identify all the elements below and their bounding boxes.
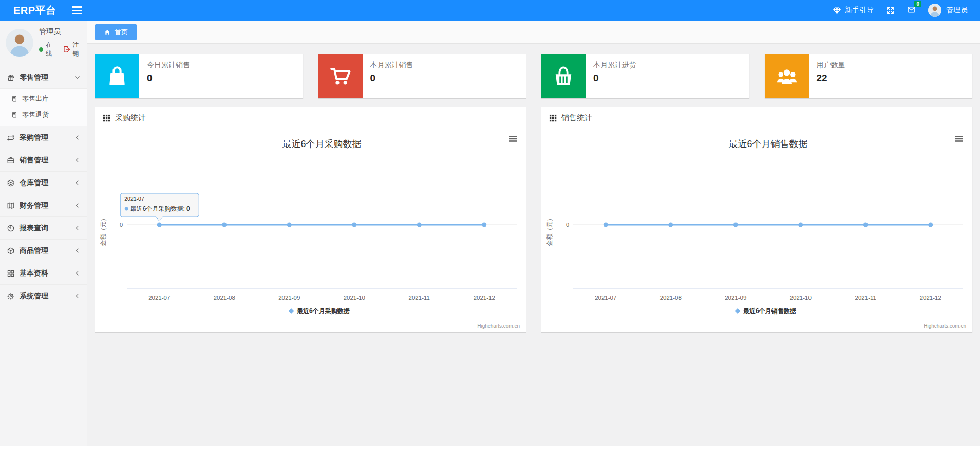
- data-point-marker[interactable]: [222, 223, 227, 227]
- chart-context-menu-icon[interactable]: [955, 136, 963, 142]
- tab-home-label: 首页: [115, 28, 128, 37]
- pie-chart-icon: [7, 224, 15, 232]
- chart-credits: Highcharts.com.cn: [477, 323, 520, 329]
- logout-label: 注销: [73, 41, 83, 58]
- data-point-marker[interactable]: [863, 223, 868, 227]
- tab-home[interactable]: 首页: [95, 24, 137, 40]
- shopping-bag-icon: [95, 54, 139, 98]
- panel-title: 销售统计: [561, 113, 592, 123]
- panel-sales-stats: 销售统计 最近6个月销售数据金额（元）02021-072021-082021-0…: [541, 107, 972, 332]
- data-point-marker[interactable]: [928, 223, 933, 227]
- sidebar-item-retail[interactable]: 零售管理: [0, 66, 87, 88]
- panel-purchase-stats: 采购统计 最近6个月采购数据金额（元）02021-072021-082021-0…: [95, 107, 526, 332]
- sidebar-item-basic-data[interactable]: 基本资料: [0, 262, 87, 284]
- data-point-marker[interactable]: [482, 223, 486, 227]
- stat-card-value: 0: [370, 72, 413, 84]
- data-point-marker[interactable]: [668, 223, 673, 227]
- fullscreen-icon[interactable]: [886, 6, 895, 15]
- chart-tooltip: 2021-07最近6个月采购数据: 0: [120, 193, 199, 221]
- purchase-line-chart: 最近6个月采购数据金额（元）02021-072021-082021-092021…: [95, 129, 526, 331]
- data-point-marker[interactable]: [798, 223, 803, 227]
- book-icon: [7, 202, 15, 210]
- user-menu[interactable]: 管理员: [928, 4, 968, 17]
- stat-card-month-purchases: 本月累计进货 0: [541, 54, 749, 98]
- sidebar-subitem-label: 零售出库: [22, 94, 49, 103]
- top-navbar: ERP平台 新手引导 0 管理员: [0, 0, 980, 21]
- mail-button[interactable]: 0: [907, 5, 916, 15]
- sidebar-item-goods[interactable]: 商品管理: [0, 239, 87, 262]
- stat-card-label: 用户数量: [817, 61, 845, 70]
- chevron-left-icon: [74, 179, 81, 186]
- legend-marker-diamond: [735, 308, 740, 314]
- y-axis-tick-label: 0: [120, 222, 123, 228]
- sidebar-item-label: 报表查询: [20, 224, 48, 233]
- tooltip-series-dot: [125, 207, 128, 211]
- gift-icon: [7, 74, 15, 82]
- cube-icon: [7, 247, 15, 255]
- shopping-basket-icon: [541, 54, 586, 98]
- sidebar-item-label: 仓库管理: [20, 178, 48, 188]
- grid-icon: [7, 269, 15, 278]
- sidebar-item-label: 销售管理: [20, 156, 48, 165]
- sidebar-item-sales[interactable]: 销售管理: [0, 149, 87, 171]
- logout-button[interactable]: 注销: [63, 41, 83, 58]
- data-point-marker[interactable]: [287, 223, 292, 227]
- exchange-icon: [7, 134, 15, 142]
- chart-title: 最近6个月采购数据: [282, 139, 361, 149]
- x-axis-tick-label: 2021-11: [409, 295, 430, 301]
- data-point-marker[interactable]: [604, 223, 608, 227]
- sidebar-subitem-label: 零售退货: [22, 110, 49, 119]
- x-axis-tick-label: 2021-12: [920, 295, 941, 301]
- chart-context-menu-icon[interactable]: [509, 136, 517, 142]
- sign-out-icon: [63, 45, 71, 53]
- briefcase-icon: [7, 156, 15, 164]
- sidebar-toggle-hamburger-icon[interactable]: [72, 6, 82, 14]
- x-axis-tick-label: 2021-08: [214, 295, 235, 301]
- sidebar-item-system[interactable]: 系统管理: [0, 284, 87, 307]
- stat-card-label: 本月累计进货: [593, 61, 636, 70]
- x-axis-tick-label: 2021-10: [790, 295, 812, 301]
- x-axis-tick-label: 2021-09: [278, 295, 300, 301]
- sidebar-item-purchase[interactable]: 采购管理: [0, 126, 87, 149]
- data-point-marker[interactable]: [352, 223, 356, 227]
- gem-icon: [833, 6, 841, 15]
- data-point-marker[interactable]: [733, 223, 738, 227]
- sidebar: 管理员 在线 注销 零售管理 零售出库: [0, 21, 87, 446]
- stat-card-value: 0: [593, 72, 636, 84]
- data-point-marker[interactable]: [157, 223, 162, 227]
- stat-cards-row: 今日累计销售 0 本月累计销售 0 本月累计进货 0: [95, 54, 972, 98]
- stat-card-value: 0: [147, 72, 190, 84]
- main-content: 首页 今日累计销售 0 本月累计销售 0 本月累计: [87, 21, 980, 446]
- sidebar-item-label: 采购管理: [20, 133, 48, 142]
- panel-title: 采购统计: [115, 113, 146, 123]
- chevron-left-icon: [74, 293, 81, 299]
- tab-bar: 首页: [87, 21, 980, 44]
- gear-icon: [7, 292, 15, 300]
- legend-item[interactable]: 最近6个月销售数据: [735, 307, 796, 315]
- sidebar-subitem-retail-outbound[interactable]: 零售出库: [0, 90, 87, 106]
- x-axis-tick-label: 2021-07: [595, 295, 616, 301]
- stat-card-month-sales: 本月累计销售 0: [318, 54, 526, 98]
- sidebar-item-finance[interactable]: 财务管理: [0, 194, 87, 216]
- y-axis-tick-label: 0: [566, 222, 569, 228]
- x-axis-tick-label: 2021-07: [148, 295, 170, 301]
- sidebar-item-reports[interactable]: 报表查询: [0, 216, 87, 239]
- data-point-marker[interactable]: [417, 223, 422, 227]
- sidebar-item-label: 零售管理: [20, 73, 48, 82]
- avatar: [928, 4, 941, 17]
- sidebar-user-panel: 管理员 在线 注销: [0, 21, 87, 66]
- newbie-guide-button[interactable]: 新手引导: [833, 6, 874, 15]
- shopping-cart-icon: [318, 54, 363, 98]
- tooltip-text: 最近6个月采购数据: 0: [130, 205, 190, 212]
- stat-card-value: 22: [817, 72, 845, 84]
- sidebar-subitem-retail-return[interactable]: 零售退货: [0, 106, 87, 122]
- mail-count-badge: 0: [914, 1, 921, 7]
- stat-card-user-count: 用户数量 22: [765, 54, 973, 98]
- chart-panels-row: 采购统计 最近6个月采购数据金额（元）02021-072021-082021-0…: [95, 107, 972, 332]
- chevron-left-icon: [74, 134, 81, 141]
- legend-item[interactable]: 最近6个月采购数据: [289, 307, 350, 315]
- sidebar-menu: 零售管理 零售出库 零售退货 采购管理 销售管理: [0, 66, 87, 307]
- brand-logo: ERP平台: [0, 4, 56, 17]
- sidebar-item-label: 商品管理: [20, 246, 48, 255]
- sidebar-item-warehouse[interactable]: 仓库管理: [0, 171, 87, 194]
